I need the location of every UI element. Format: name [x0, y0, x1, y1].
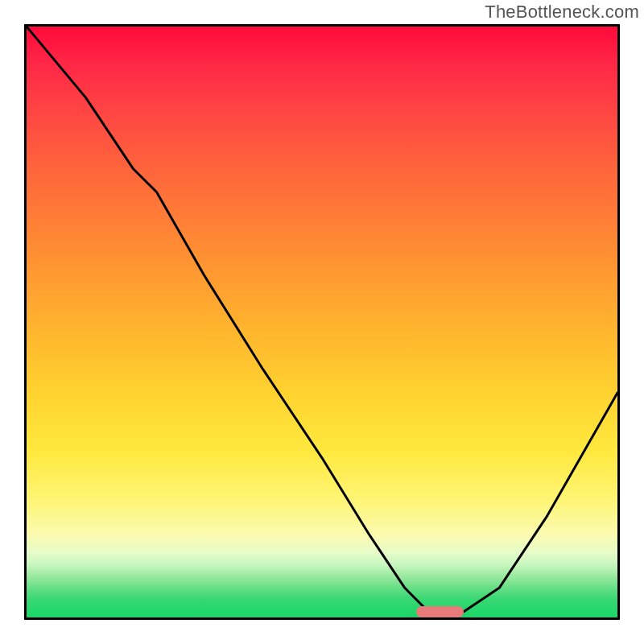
chart-container: TheBottleneck.com: [0, 0, 644, 644]
watermark-text: TheBottleneck.com: [485, 2, 639, 23]
plot-area: [24, 24, 620, 620]
bottleneck-curve-path: [27, 27, 617, 612]
curve-layer: [27, 27, 617, 617]
valley-marker: [416, 606, 464, 617]
